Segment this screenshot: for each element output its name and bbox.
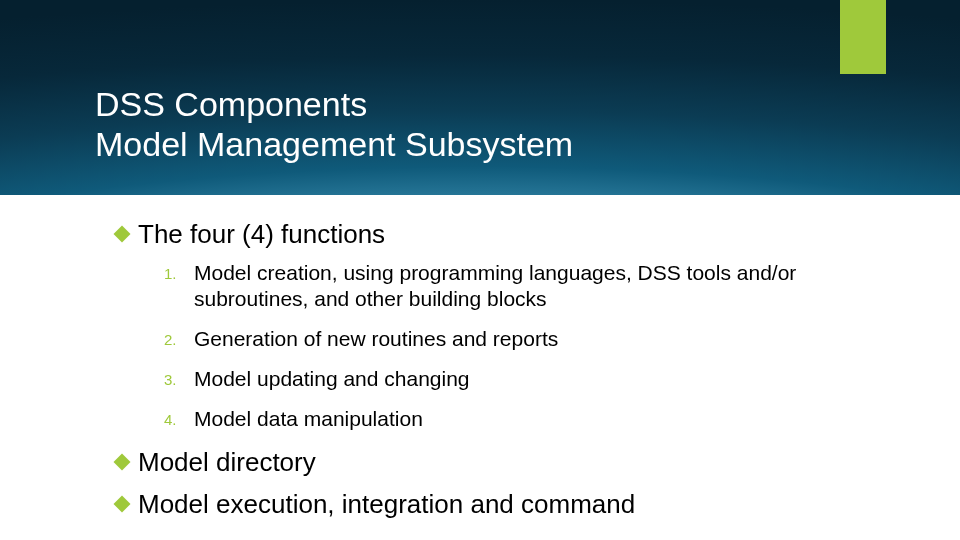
slide: DSS Components Model Management Subsyste…: [0, 0, 960, 540]
title-line-1: DSS Components: [95, 84, 573, 124]
bullet-text: Model execution, integration and command: [138, 488, 635, 520]
list-number: 2.: [164, 326, 194, 348]
bullet-text: The four (4) functions: [138, 218, 385, 250]
slide-body: The four (4) functions 1. Model creation…: [116, 218, 896, 530]
list-number: 1.: [164, 260, 194, 282]
bullet-item-3: Model execution, integration and command: [116, 488, 896, 520]
list-number: 4.: [164, 406, 194, 428]
list-text: Model creation, using programming langua…: [194, 260, 896, 312]
list-item: 2. Generation of new routines and report…: [164, 326, 896, 352]
bullet-item-1: The four (4) functions: [116, 218, 896, 250]
list-number: 3.: [164, 366, 194, 388]
diamond-bullet-icon: [114, 454, 131, 471]
diamond-bullet-icon: [114, 226, 131, 243]
list-text: Generation of new routines and reports: [194, 326, 558, 352]
list-text: Model updating and changing: [194, 366, 470, 392]
bullet-item-2: Model directory: [116, 446, 896, 478]
list-item: 4. Model data manipulation: [164, 406, 896, 432]
list-item: 3. Model updating and changing: [164, 366, 896, 392]
slide-title: DSS Components Model Management Subsyste…: [95, 84, 573, 164]
list-item: 1. Model creation, using programming lan…: [164, 260, 896, 312]
accent-decoration: [840, 0, 886, 74]
numbered-list: 1. Model creation, using programming lan…: [164, 260, 896, 432]
bullet-text: Model directory: [138, 446, 316, 478]
title-line-2: Model Management Subsystem: [95, 124, 573, 164]
diamond-bullet-icon: [114, 496, 131, 513]
list-text: Model data manipulation: [194, 406, 423, 432]
